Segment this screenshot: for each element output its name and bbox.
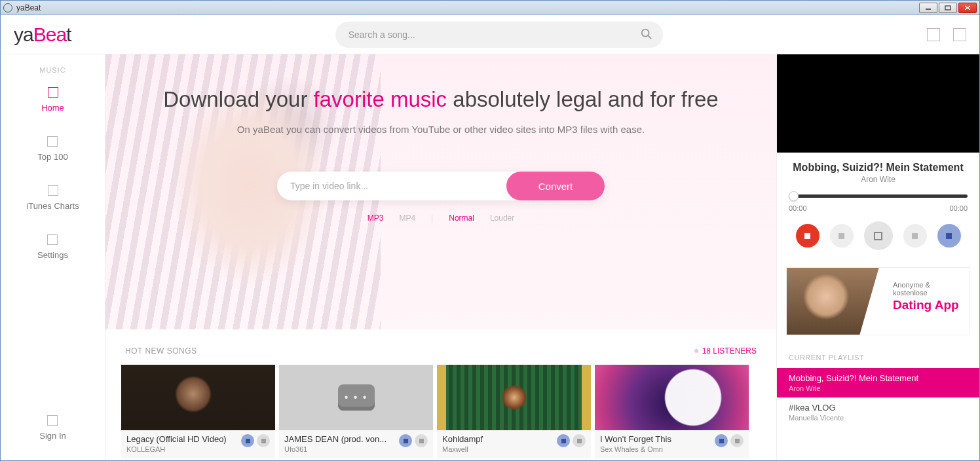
play-icon[interactable] bbox=[241, 434, 254, 447]
progress: 00:0000:00 bbox=[777, 188, 979, 212]
song-thumb bbox=[279, 365, 433, 430]
now-playing-artist: Aron Wite bbox=[789, 175, 968, 184]
download-icon[interactable] bbox=[257, 434, 270, 447]
hero-headline: Download your favorite music absolutely … bbox=[132, 87, 750, 112]
song-thumb bbox=[437, 365, 591, 430]
main: Download your favorite music absolutely … bbox=[105, 54, 776, 460]
song-artist: Maxwell bbox=[442, 445, 554, 453]
download-icon[interactable] bbox=[730, 434, 744, 447]
sidebar-item-home[interactable]: Home bbox=[41, 87, 64, 113]
hot-songs-row: Legacy (Official HD Video)KOLLEGAH JAMES… bbox=[105, 365, 776, 458]
hero: Download your favorite music absolutely … bbox=[105, 54, 776, 329]
titlebar: yaBeat bbox=[1, 1, 979, 15]
svg-point-4 bbox=[642, 29, 649, 36]
time-total: 00:00 bbox=[949, 204, 968, 212]
song-card[interactable]: KohldampfMaxwell bbox=[437, 365, 591, 458]
itunes-icon bbox=[48, 185, 58, 196]
song-title: I Won't Forget This bbox=[600, 434, 712, 444]
song-title: Legacy (Official HD Video) bbox=[126, 434, 238, 444]
signin-icon bbox=[47, 415, 58, 426]
song-card[interactable]: JAMES DEAN (prod. von...Ufo361 bbox=[279, 365, 433, 458]
song-artist: Ufo361 bbox=[284, 445, 396, 453]
play-icon[interactable] bbox=[557, 434, 570, 447]
player-controls bbox=[777, 221, 979, 250]
right-panel: Mobbing, Suizid?! Mein Statement Aron Wi… bbox=[776, 54, 979, 460]
play-icon[interactable] bbox=[399, 434, 412, 447]
svg-rect-1 bbox=[945, 6, 951, 10]
song-title: JAMES DEAN (prod. von... bbox=[284, 434, 396, 444]
volume-louder[interactable]: Louder bbox=[490, 213, 514, 223]
window-title: yaBeat bbox=[16, 3, 919, 12]
header-action-1[interactable] bbox=[927, 28, 940, 41]
download-icon[interactable] bbox=[573, 434, 586, 447]
sidebar-item-settings[interactable]: Settings bbox=[37, 234, 68, 260]
format-mp4[interactable]: MP4 bbox=[399, 213, 415, 223]
song-artist: KOLLEGAH bbox=[126, 445, 238, 453]
song-thumb bbox=[121, 365, 275, 430]
progress-bar[interactable] bbox=[789, 194, 968, 198]
sidebar-item-label: iTunes Charts bbox=[26, 201, 79, 211]
search-input[interactable] bbox=[335, 22, 663, 48]
song-card[interactable]: I Won't Forget ThisSex Whales & Omri bbox=[595, 365, 749, 458]
listener-icon bbox=[694, 349, 698, 353]
home-icon bbox=[48, 87, 58, 98]
download-icon[interactable] bbox=[415, 434, 428, 447]
logo[interactable]: yaBeat bbox=[14, 24, 71, 46]
now-playing-title: Mobbing, Suizid?! Mein Statement bbox=[789, 162, 968, 174]
maximize-button[interactable] bbox=[939, 3, 957, 13]
close-button[interactable] bbox=[958, 3, 977, 13]
ad-line1: Anonyme & kostenlose bbox=[893, 281, 963, 297]
play-button[interactable] bbox=[864, 221, 893, 250]
sidebar-item-label: Settings bbox=[37, 250, 68, 260]
search-icon[interactable] bbox=[641, 28, 652, 40]
sidebar-item-signin[interactable]: Sign In bbox=[39, 415, 66, 441]
song-card[interactable]: Legacy (Official HD Video)KOLLEGAH bbox=[121, 365, 275, 458]
now-playing: Mobbing, Suizid?! Mein Statement Aron Wi… bbox=[777, 153, 979, 188]
volume-normal[interactable]: Normal bbox=[449, 213, 474, 223]
song-thumb bbox=[595, 365, 749, 430]
progress-knob[interactable] bbox=[789, 191, 799, 201]
playlist-item[interactable]: Mobbing, Suizid?! Mein Statement Aron Wi… bbox=[777, 368, 979, 397]
sidebar-item-label: Top 100 bbox=[37, 152, 67, 162]
listener-count: 18 LISTENERS bbox=[694, 346, 757, 356]
convert-form: Convert bbox=[277, 172, 605, 200]
top100-icon bbox=[47, 136, 58, 147]
section-title: HOT NEW SONGS bbox=[125, 346, 197, 356]
format-options: MP3 MP4 | Normal Louder bbox=[132, 213, 750, 223]
header-action-2[interactable] bbox=[953, 28, 966, 41]
playlist-item[interactable]: #Ikea VLOG Manuella Vicente bbox=[777, 397, 979, 427]
ad-banner[interactable]: Anonyme & kostenlose Dating App bbox=[786, 267, 970, 335]
prev-button[interactable] bbox=[830, 224, 854, 248]
svg-line-5 bbox=[648, 35, 651, 39]
play-icon[interactable] bbox=[715, 434, 728, 447]
divider: | bbox=[431, 213, 433, 223]
song-title: Kohldampf bbox=[442, 434, 554, 444]
app-icon bbox=[3, 3, 12, 12]
convert-input[interactable] bbox=[277, 172, 506, 200]
next-button[interactable] bbox=[903, 224, 927, 248]
playlist-item-title: Mobbing, Suizid?! Mein Statement bbox=[789, 373, 968, 383]
minimize-button[interactable] bbox=[919, 3, 937, 13]
sidebar-item-label: Home bbox=[41, 103, 64, 113]
playlist-heading: CURRENT PLAYLIST bbox=[777, 335, 979, 368]
hero-sub: On yaBeat you can convert videos from Yo… bbox=[132, 124, 750, 135]
sidebar-item-itunes[interactable]: iTunes Charts bbox=[26, 185, 79, 211]
video-player[interactable] bbox=[777, 54, 979, 153]
playlist-item-artist: Manuella Vicente bbox=[789, 414, 968, 422]
sidebar: MUSIC Home Top 100 iTunes Charts Setting… bbox=[1, 54, 105, 460]
convert-button[interactable]: Convert bbox=[506, 172, 605, 200]
header: yaBeat bbox=[1, 15, 979, 54]
stop-button[interactable] bbox=[796, 224, 820, 248]
time-elapsed: 00:00 bbox=[789, 204, 807, 212]
playlist-item-artist: Aron Wite bbox=[789, 384, 968, 392]
sidebar-section-label: MUSIC bbox=[39, 66, 66, 74]
format-mp3[interactable]: MP3 bbox=[368, 213, 384, 223]
ad-line2: Dating App bbox=[893, 298, 963, 312]
playlist-item-title: #Ikea VLOG bbox=[789, 403, 968, 413]
playlist-button[interactable] bbox=[937, 224, 961, 248]
sidebar-item-top100[interactable]: Top 100 bbox=[37, 136, 67, 162]
hot-songs-header: HOT NEW SONGS 18 LISTENERS bbox=[105, 329, 776, 365]
song-artist: Sex Whales & Omri bbox=[600, 445, 712, 453]
sidebar-item-label: Sign In bbox=[39, 431, 66, 441]
settings-icon bbox=[47, 234, 58, 245]
